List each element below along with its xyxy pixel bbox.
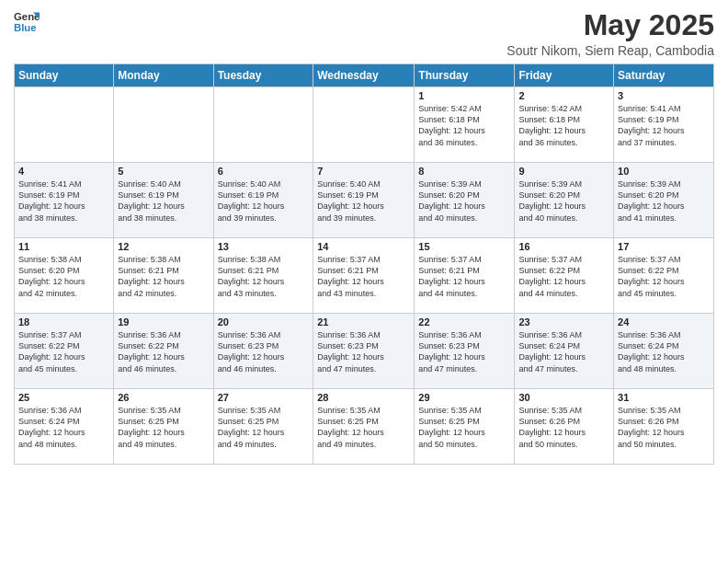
header: General Blue May 2025 Soutr Nikom, Siem … (14, 9, 714, 58)
cell-info: Sunrise: 5:39 AM Sunset: 6:20 PM Dayligh… (418, 178, 510, 224)
cell-info: Sunrise: 5:36 AM Sunset: 6:24 PM Dayligh… (618, 329, 710, 374)
calendar-cell: 2Sunrise: 5:42 AM Sunset: 6:18 PM Daylig… (515, 87, 614, 163)
day-number: 6 (218, 166, 310, 177)
cell-info: Sunrise: 5:35 AM Sunset: 6:26 PM Dayligh… (618, 405, 710, 450)
calendar-cell: 31Sunrise: 5:35 AM Sunset: 6:26 PM Dayli… (614, 389, 714, 465)
calendar-cell: 12Sunrise: 5:38 AM Sunset: 6:21 PM Dayli… (114, 238, 213, 314)
day-header-thursday: Thursday (415, 64, 515, 87)
cell-info: Sunrise: 5:37 AM Sunset: 6:21 PM Dayligh… (418, 254, 510, 299)
cell-info: Sunrise: 5:38 AM Sunset: 6:21 PM Dayligh… (218, 254, 310, 299)
subtitle: Soutr Nikom, Siem Reap, Cambodia (506, 43, 714, 58)
svg-text:Blue: Blue (14, 22, 37, 33)
cell-info: Sunrise: 5:40 AM Sunset: 6:19 PM Dayligh… (218, 178, 310, 224)
page: General Blue May 2025 Soutr Nikom, Siem … (0, 0, 728, 563)
day-number: 27 (218, 392, 310, 403)
cell-info: Sunrise: 5:35 AM Sunset: 6:25 PM Dayligh… (118, 405, 209, 450)
day-number: 1 (418, 90, 510, 101)
calendar-week-row: 25Sunrise: 5:36 AM Sunset: 6:24 PM Dayli… (15, 389, 714, 465)
day-number: 9 (518, 166, 609, 177)
day-number: 22 (418, 316, 510, 327)
cell-info: Sunrise: 5:36 AM Sunset: 6:23 PM Dayligh… (418, 329, 510, 374)
day-number: 19 (118, 316, 209, 327)
day-number: 5 (118, 166, 209, 177)
calendar-cell: 22Sunrise: 5:36 AM Sunset: 6:23 PM Dayli… (415, 314, 515, 389)
cell-info: Sunrise: 5:35 AM Sunset: 6:25 PM Dayligh… (218, 405, 310, 450)
calendar-cell: 6Sunrise: 5:40 AM Sunset: 6:19 PM Daylig… (213, 163, 313, 238)
cell-info: Sunrise: 5:42 AM Sunset: 6:18 PM Dayligh… (518, 103, 609, 148)
calendar-cell (213, 87, 313, 163)
day-header-saturday: Saturday (614, 64, 714, 87)
day-number: 16 (518, 241, 609, 252)
calendar-cell: 29Sunrise: 5:35 AM Sunset: 6:25 PM Dayli… (415, 389, 515, 465)
calendar-cell: 17Sunrise: 5:37 AM Sunset: 6:22 PM Dayli… (614, 238, 714, 314)
logo: General Blue (14, 9, 40, 35)
day-header-monday: Monday (114, 64, 213, 87)
day-number: 4 (18, 166, 109, 177)
day-number: 7 (317, 166, 410, 177)
calendar-cell: 10Sunrise: 5:39 AM Sunset: 6:20 PM Dayli… (614, 163, 714, 238)
day-number: 12 (118, 241, 209, 252)
day-number: 24 (618, 316, 710, 327)
cell-info: Sunrise: 5:35 AM Sunset: 6:25 PM Dayligh… (317, 405, 410, 450)
cell-info: Sunrise: 5:36 AM Sunset: 6:24 PM Dayligh… (518, 329, 609, 374)
day-number: 29 (418, 392, 510, 403)
calendar-cell: 1Sunrise: 5:42 AM Sunset: 6:18 PM Daylig… (415, 87, 515, 163)
cell-info: Sunrise: 5:41 AM Sunset: 6:19 PM Dayligh… (18, 178, 109, 224)
day-header-wednesday: Wednesday (313, 64, 415, 87)
day-number: 13 (218, 241, 310, 252)
calendar-cell: 28Sunrise: 5:35 AM Sunset: 6:25 PM Dayli… (313, 389, 415, 465)
cell-info: Sunrise: 5:36 AM Sunset: 6:24 PM Dayligh… (18, 405, 109, 450)
day-number: 28 (317, 392, 410, 403)
calendar-cell: 9Sunrise: 5:39 AM Sunset: 6:20 PM Daylig… (515, 163, 614, 238)
cell-info: Sunrise: 5:41 AM Sunset: 6:19 PM Dayligh… (618, 103, 710, 148)
calendar-cell: 11Sunrise: 5:38 AM Sunset: 6:20 PM Dayli… (15, 238, 114, 314)
cell-info: Sunrise: 5:36 AM Sunset: 6:22 PM Dayligh… (118, 329, 209, 374)
calendar-cell: 30Sunrise: 5:35 AM Sunset: 6:26 PM Dayli… (515, 389, 614, 465)
calendar: SundayMondayTuesdayWednesdayThursdayFrid… (14, 63, 714, 465)
day-number: 8 (418, 166, 510, 177)
cell-info: Sunrise: 5:39 AM Sunset: 6:20 PM Dayligh… (618, 178, 710, 224)
calendar-cell: 5Sunrise: 5:40 AM Sunset: 6:19 PM Daylig… (114, 163, 213, 238)
day-header-tuesday: Tuesday (213, 64, 313, 87)
cell-info: Sunrise: 5:37 AM Sunset: 6:22 PM Dayligh… (18, 329, 109, 374)
cell-info: Sunrise: 5:38 AM Sunset: 6:21 PM Dayligh… (118, 254, 209, 299)
calendar-cell: 14Sunrise: 5:37 AM Sunset: 6:21 PM Dayli… (313, 238, 415, 314)
calendar-week-row: 1Sunrise: 5:42 AM Sunset: 6:18 PM Daylig… (15, 87, 714, 163)
calendar-cell (114, 87, 213, 163)
day-number: 17 (618, 241, 710, 252)
month-title: May 2025 (506, 9, 714, 41)
calendar-cell (15, 87, 114, 163)
calendar-cell: 3Sunrise: 5:41 AM Sunset: 6:19 PM Daylig… (614, 87, 714, 163)
calendar-cell: 27Sunrise: 5:35 AM Sunset: 6:25 PM Dayli… (213, 389, 313, 465)
day-number: 3 (618, 90, 710, 101)
title-block: May 2025 Soutr Nikom, Siem Reap, Cambodi… (506, 9, 714, 58)
cell-info: Sunrise: 5:37 AM Sunset: 6:22 PM Dayligh… (618, 254, 710, 299)
calendar-header-row: SundayMondayTuesdayWednesdayThursdayFrid… (15, 64, 714, 87)
cell-info: Sunrise: 5:40 AM Sunset: 6:19 PM Dayligh… (118, 178, 209, 224)
day-number: 15 (418, 241, 510, 252)
cell-info: Sunrise: 5:37 AM Sunset: 6:22 PM Dayligh… (518, 254, 609, 299)
calendar-cell: 13Sunrise: 5:38 AM Sunset: 6:21 PM Dayli… (213, 238, 313, 314)
calendar-cell: 21Sunrise: 5:36 AM Sunset: 6:23 PM Dayli… (313, 314, 415, 389)
calendar-week-row: 4Sunrise: 5:41 AM Sunset: 6:19 PM Daylig… (15, 163, 714, 238)
calendar-cell: 8Sunrise: 5:39 AM Sunset: 6:20 PM Daylig… (415, 163, 515, 238)
cell-info: Sunrise: 5:42 AM Sunset: 6:18 PM Dayligh… (418, 103, 510, 148)
day-number: 26 (118, 392, 209, 403)
calendar-cell: 7Sunrise: 5:40 AM Sunset: 6:19 PM Daylig… (313, 163, 415, 238)
calendar-cell: 19Sunrise: 5:36 AM Sunset: 6:22 PM Dayli… (114, 314, 213, 389)
calendar-cell: 15Sunrise: 5:37 AM Sunset: 6:21 PM Dayli… (415, 238, 515, 314)
cell-info: Sunrise: 5:37 AM Sunset: 6:21 PM Dayligh… (317, 254, 410, 299)
calendar-cell: 23Sunrise: 5:36 AM Sunset: 6:24 PM Dayli… (515, 314, 614, 389)
calendar-cell: 26Sunrise: 5:35 AM Sunset: 6:25 PM Dayli… (114, 389, 213, 465)
day-number: 31 (618, 392, 710, 403)
day-number: 10 (618, 166, 710, 177)
calendar-cell: 18Sunrise: 5:37 AM Sunset: 6:22 PM Dayli… (15, 314, 114, 389)
calendar-cell: 25Sunrise: 5:36 AM Sunset: 6:24 PM Dayli… (15, 389, 114, 465)
cell-info: Sunrise: 5:39 AM Sunset: 6:20 PM Dayligh… (518, 178, 609, 224)
cell-info: Sunrise: 5:38 AM Sunset: 6:20 PM Dayligh… (18, 254, 109, 299)
cell-info: Sunrise: 5:36 AM Sunset: 6:23 PM Dayligh… (317, 329, 410, 374)
day-number: 23 (518, 316, 609, 327)
day-number: 14 (317, 241, 410, 252)
cell-info: Sunrise: 5:36 AM Sunset: 6:23 PM Dayligh… (218, 329, 310, 374)
day-number: 18 (18, 316, 109, 327)
